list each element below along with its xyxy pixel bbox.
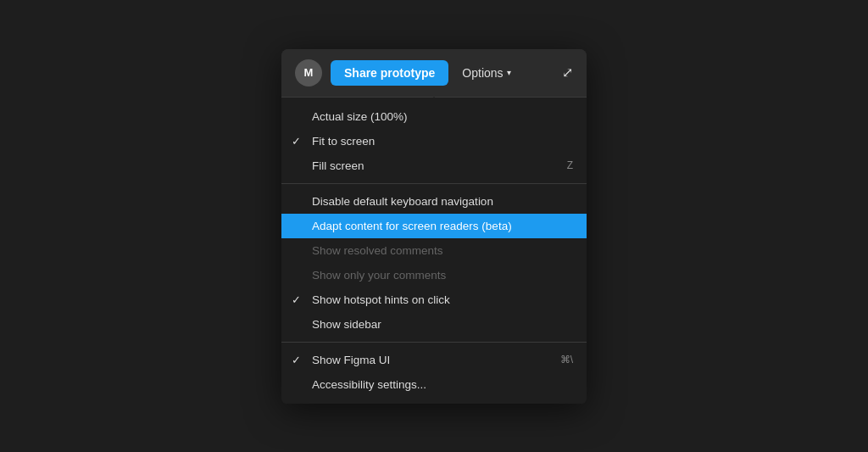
options-button[interactable]: Options ▾ [457, 63, 515, 83]
menu-item-accessibility[interactable]: Accessibility settings... [281, 372, 587, 397]
options-label: Options [462, 66, 503, 80]
menu-item-show-figma-ui[interactable]: ✓Show Figma UI⌘\ [281, 348, 587, 372]
menu-item-label: Show resolved comments [312, 244, 573, 257]
menu-divider [281, 342, 587, 343]
menu-item-label: Actual size (100%) [312, 110, 573, 123]
menu-item-show-only-yours: Show only your comments [281, 263, 587, 287]
menu-item-label: Show hotspot hints on click [312, 293, 573, 306]
menu-item-shortcut: Z [567, 159, 573, 171]
menu-item-fill-screen[interactable]: Fill screenZ [281, 153, 587, 178]
menu-divider [281, 183, 587, 184]
menu-item-label: Fill screen [312, 159, 567, 172]
menu-item-actual-size[interactable]: Actual size (100%) [281, 104, 587, 129]
menu-item-label: Disable default keyboard navigation [312, 195, 573, 208]
check-icon: ✓ [292, 135, 309, 148]
check-icon: ✓ [292, 293, 309, 306]
menu-item-label: Fit to screen [312, 135, 573, 148]
header-bar: M Share prototype Options ▾ ⤢ [281, 49, 587, 98]
menu-item-label: Adapt content for screen readers (beta) [312, 220, 573, 232]
menu-item-label: Show Figma UI [312, 354, 560, 366]
menu-item-fit-to-screen[interactable]: ✓Fit to screen [281, 129, 587, 153]
menu-item-adapt-content[interactable]: Adapt content for screen readers (beta) [281, 214, 587, 238]
menu-item-shortcut: ⌘\ [560, 354, 573, 366]
avatar: M [295, 59, 322, 86]
menu-item-show-sidebar[interactable]: Show sidebar [281, 312, 587, 337]
dropdown-caret [427, 97, 441, 103]
share-prototype-button[interactable]: Share prototype [331, 60, 448, 86]
menu-item-show-hotspot[interactable]: ✓Show hotspot hints on click [281, 287, 587, 312]
check-icon: ✓ [292, 354, 309, 366]
menu-item-label: Accessibility settings... [312, 378, 573, 391]
chevron-down-icon: ▾ [507, 68, 511, 77]
menu-item-show-resolved: Show resolved comments [281, 238, 587, 263]
menu-item-disable-keyboard[interactable]: Disable default keyboard navigation [281, 189, 587, 214]
menu-item-label: Show sidebar [312, 318, 573, 331]
expand-icon[interactable]: ⤢ [562, 64, 573, 81]
menu-item-label: Show only your comments [312, 269, 573, 282]
options-dropdown: Actual size (100%)✓Fit to screenFill scr… [281, 98, 587, 404]
prototype-window: M Share prototype Options ▾ ⤢ Actual siz… [281, 49, 587, 404]
